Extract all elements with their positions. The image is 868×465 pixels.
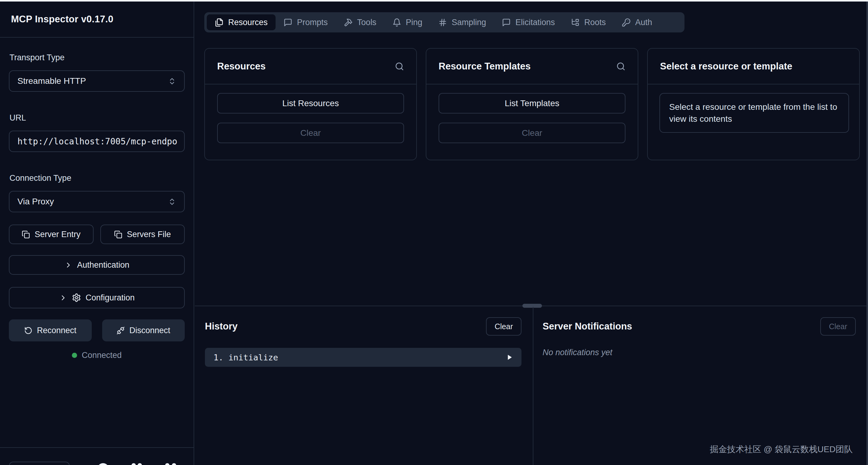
tab-resources[interactable]: Resources: [207, 14, 276, 30]
clear-history-button[interactable]: Clear: [486, 317, 522, 336]
tab-roots[interactable]: Roots: [563, 14, 614, 30]
history-header: History Clear: [205, 317, 522, 336]
main-content: Resources Prompts Tools Ping: [195, 2, 868, 465]
history-pane: History Clear 1. initialize: [195, 306, 533, 465]
hash-icon: [438, 18, 447, 27]
tab-label: Roots: [584, 18, 606, 27]
notifications-empty-text: No notifications yet: [542, 348, 856, 357]
mcp-inspector-app: MCP Inspector v0.17.0 Transport Type Str…: [0, 0, 868, 465]
server-notifications-pane: Server Notifications Clear No notificati…: [533, 306, 868, 465]
tab-label: Prompts: [297, 18, 328, 27]
panels-row: Resources List Resources Clear Resource …: [204, 48, 860, 160]
list-templates-button[interactable]: List Templates: [439, 93, 625, 114]
resources-panel: Resources List Resources Clear: [204, 48, 417, 160]
resource-detail-panel-header: Select a resource or template: [648, 49, 859, 85]
authentication-button[interactable]: Authentication: [9, 255, 185, 275]
transport-type-select[interactable]: Streamable HTTP: [9, 70, 185, 92]
url-value: http://localhost:7005/mcp-endpo: [18, 136, 177, 147]
list-resources-button[interactable]: List Resources: [217, 93, 404, 114]
tab-label: Ping: [406, 18, 423, 27]
connection-type-label: Connection Type: [9, 174, 185, 183]
page-scrollbar[interactable]: [866, 2, 868, 465]
url-label: URL: [9, 113, 185, 123]
message-square-icon: [283, 18, 292, 27]
connection-buttons-row: Reconnect Disconnect: [9, 319, 185, 341]
disconnect-button[interactable]: Disconnect: [102, 319, 185, 341]
tab-bar: Resources Prompts Tools Ping: [204, 12, 684, 32]
tab-tools[interactable]: Tools: [336, 14, 384, 30]
gear-icon: [72, 293, 81, 302]
sidebar-footer-glyph: [97, 463, 109, 465]
servers-file-label: Servers File: [127, 230, 171, 239]
expand-play-icon: [506, 354, 513, 361]
clear-notifications-button[interactable]: Clear: [820, 317, 856, 336]
server-notifications-header: Server Notifications Clear: [542, 317, 856, 336]
sidebar-header: MCP Inspector v0.17.0: [0, 2, 194, 38]
connection-type-select[interactable]: Via Proxy: [9, 191, 185, 212]
sidebar-footer-button[interactable]: [9, 462, 70, 465]
copy-icon: [114, 230, 122, 239]
sidebar-footer-glyph: [172, 463, 176, 465]
search-icon[interactable]: [616, 62, 625, 71]
chevrons-up-down-icon: [168, 197, 176, 206]
bottom-section: History Clear 1. initialize Server Notif…: [195, 306, 868, 465]
resources-panel-header: Resources: [205, 49, 416, 85]
sidebar-footer-glyph: [165, 463, 169, 465]
unplug-icon: [117, 327, 125, 335]
copy-icon: [22, 230, 30, 239]
clear-templates-button[interactable]: Clear: [439, 123, 625, 143]
files-icon: [215, 18, 224, 27]
transport-type-label: Transport Type: [9, 53, 185, 62]
tab-label: Resources: [228, 18, 268, 27]
server-notifications-title: Server Notifications: [542, 321, 632, 332]
configuration-label: Configuration: [86, 293, 135, 303]
tab-ping[interactable]: Ping: [384, 14, 430, 30]
sidebar: MCP Inspector v0.17.0 Transport Type Str…: [0, 2, 194, 465]
connection-status-text: Connected: [82, 350, 122, 360]
key-icon: [622, 18, 631, 27]
tab-label: Elicitations: [515, 18, 555, 27]
folder-tree-icon: [571, 18, 580, 27]
disconnect-label: Disconnect: [129, 326, 170, 335]
authentication-label: Authentication: [77, 260, 129, 270]
history-item[interactable]: 1. initialize: [205, 348, 522, 367]
configuration-button[interactable]: Configuration: [9, 287, 185, 308]
tab-label: Tools: [357, 18, 376, 27]
sidebar-footer-glyph: [137, 463, 142, 465]
tab-elicitations[interactable]: Elicitations: [494, 14, 563, 30]
resource-templates-panel-title: Resource Templates: [439, 61, 531, 72]
server-entry-button[interactable]: Server Entry: [9, 224, 94, 244]
hammer-icon: [344, 18, 353, 27]
resources-panel-title: Resources: [217, 61, 266, 72]
tab-label: Auth: [635, 18, 652, 27]
server-entry-label: Server Entry: [35, 230, 81, 239]
servers-file-button[interactable]: Servers File: [100, 224, 185, 244]
chevrons-up-down-icon: [168, 77, 176, 85]
tab-auth[interactable]: Auth: [614, 14, 660, 30]
resource-templates-panel-header: Resource Templates: [426, 49, 638, 85]
tab-label: Sampling: [452, 18, 486, 27]
transport-type-value: Streamable HTTP: [18, 76, 86, 86]
url-input[interactable]: http://localhost:7005/mcp-endpo: [9, 131, 185, 152]
message-square-icon: [502, 18, 511, 27]
history-title: History: [205, 321, 238, 332]
resource-templates-panel-body: List Templates Clear: [426, 85, 638, 143]
sidebar-footer: [0, 447, 194, 465]
connection-type-value: Via Proxy: [18, 197, 54, 207]
resources-panel-body: List Resources Clear: [205, 85, 416, 143]
resource-placeholder-message: Select a resource or template from the l…: [659, 93, 849, 133]
connected-status-dot: [72, 353, 77, 358]
tab-sampling[interactable]: Sampling: [430, 14, 494, 30]
reconnect-button[interactable]: Reconnect: [9, 319, 92, 341]
search-icon[interactable]: [395, 62, 404, 71]
rotate-ccw-icon: [24, 327, 32, 335]
window-top-edge: [0, 0, 868, 2]
chevron-right-icon: [59, 294, 67, 302]
tab-prompts[interactable]: Prompts: [276, 14, 336, 30]
resource-detail-panel: Select a resource or template Select a r…: [647, 48, 860, 160]
connection-status: Connected: [9, 350, 185, 360]
sidebar-body: Transport Type Streamable HTTP URL http:…: [0, 38, 194, 447]
history-item-label: 1. initialize: [214, 353, 278, 362]
clear-resources-button[interactable]: Clear: [217, 123, 404, 143]
resource-templates-panel: Resource Templates List Templates Clear: [426, 48, 638, 160]
